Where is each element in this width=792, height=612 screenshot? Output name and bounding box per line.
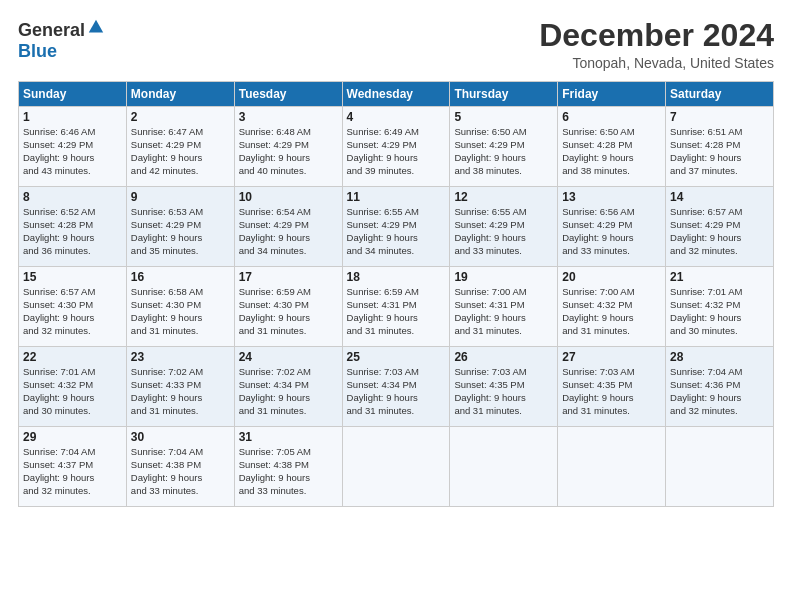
- calendar-header-row: SundayMondayTuesdayWednesdayThursdayFrid…: [19, 82, 774, 107]
- calendar-cell-31: 31Sunrise: 7:05 AMSunset: 4:38 PMDayligh…: [234, 427, 342, 507]
- calendar-cell-17: 17Sunrise: 6:59 AMSunset: 4:30 PMDayligh…: [234, 267, 342, 347]
- calendar-cell-13: 13Sunrise: 6:56 AMSunset: 4:29 PMDayligh…: [558, 187, 666, 267]
- day-header-tuesday: Tuesday: [234, 82, 342, 107]
- calendar-cell-14: 14Sunrise: 6:57 AMSunset: 4:29 PMDayligh…: [666, 187, 774, 267]
- calendar-cell-29: 29Sunrise: 7:04 AMSunset: 4:37 PMDayligh…: [19, 427, 127, 507]
- day-header-saturday: Saturday: [666, 82, 774, 107]
- day-header-monday: Monday: [126, 82, 234, 107]
- day-header-wednesday: Wednesday: [342, 82, 450, 107]
- calendar-cell-11: 11Sunrise: 6:55 AMSunset: 4:29 PMDayligh…: [342, 187, 450, 267]
- month-title: December 2024: [539, 18, 774, 53]
- calendar-cell-27: 27Sunrise: 7:03 AMSunset: 4:35 PMDayligh…: [558, 347, 666, 427]
- logo-icon: [87, 18, 105, 36]
- calendar-cell-6: 6Sunrise: 6:50 AMSunset: 4:28 PMDaylight…: [558, 107, 666, 187]
- calendar-cell-30: 30Sunrise: 7:04 AMSunset: 4:38 PMDayligh…: [126, 427, 234, 507]
- calendar-cell-12: 12Sunrise: 6:55 AMSunset: 4:29 PMDayligh…: [450, 187, 558, 267]
- logo: General Blue: [18, 18, 105, 62]
- calendar-cell-3: 3Sunrise: 6:48 AMSunset: 4:29 PMDaylight…: [234, 107, 342, 187]
- calendar-cell-28: 28Sunrise: 7:04 AMSunset: 4:36 PMDayligh…: [666, 347, 774, 427]
- calendar-cell-2: 2Sunrise: 6:47 AMSunset: 4:29 PMDaylight…: [126, 107, 234, 187]
- calendar-week-1: 1Sunrise: 6:46 AMSunset: 4:29 PMDaylight…: [19, 107, 774, 187]
- header: General Blue December 2024 Tonopah, Neva…: [18, 18, 774, 71]
- logo-general-text: General: [18, 20, 85, 41]
- calendar-cell-19: 19Sunrise: 7:00 AMSunset: 4:31 PMDayligh…: [450, 267, 558, 347]
- day-header-friday: Friday: [558, 82, 666, 107]
- calendar-week-4: 22Sunrise: 7:01 AMSunset: 4:32 PMDayligh…: [19, 347, 774, 427]
- calendar-cell-21: 21Sunrise: 7:01 AMSunset: 4:32 PMDayligh…: [666, 267, 774, 347]
- calendar-cell-15: 15Sunrise: 6:57 AMSunset: 4:30 PMDayligh…: [19, 267, 127, 347]
- day-header-sunday: Sunday: [19, 82, 127, 107]
- calendar-cell-24: 24Sunrise: 7:02 AMSunset: 4:34 PMDayligh…: [234, 347, 342, 427]
- calendar-cell-22: 22Sunrise: 7:01 AMSunset: 4:32 PMDayligh…: [19, 347, 127, 427]
- calendar-cell-empty: [558, 427, 666, 507]
- calendar-cell-9: 9Sunrise: 6:53 AMSunset: 4:29 PMDaylight…: [126, 187, 234, 267]
- svg-marker-0: [89, 20, 103, 33]
- calendar-cell-7: 7Sunrise: 6:51 AMSunset: 4:28 PMDaylight…: [666, 107, 774, 187]
- calendar-cell-4: 4Sunrise: 6:49 AMSunset: 4:29 PMDaylight…: [342, 107, 450, 187]
- calendar-cell-23: 23Sunrise: 7:02 AMSunset: 4:33 PMDayligh…: [126, 347, 234, 427]
- calendar-week-5: 29Sunrise: 7:04 AMSunset: 4:37 PMDayligh…: [19, 427, 774, 507]
- day-header-thursday: Thursday: [450, 82, 558, 107]
- calendar-cell-18: 18Sunrise: 6:59 AMSunset: 4:31 PMDayligh…: [342, 267, 450, 347]
- logo-blue-text: Blue: [18, 41, 57, 62]
- calendar-cell-5: 5Sunrise: 6:50 AMSunset: 4:29 PMDaylight…: [450, 107, 558, 187]
- calendar-week-3: 15Sunrise: 6:57 AMSunset: 4:30 PMDayligh…: [19, 267, 774, 347]
- calendar-cell-empty: [450, 427, 558, 507]
- calendar-cell-empty: [666, 427, 774, 507]
- calendar-cell-empty: [342, 427, 450, 507]
- calendar-cell-25: 25Sunrise: 7:03 AMSunset: 4:34 PMDayligh…: [342, 347, 450, 427]
- calendar-cell-8: 8Sunrise: 6:52 AMSunset: 4:28 PMDaylight…: [19, 187, 127, 267]
- title-section: December 2024 Tonopah, Nevada, United St…: [539, 18, 774, 71]
- calendar-cell-16: 16Sunrise: 6:58 AMSunset: 4:30 PMDayligh…: [126, 267, 234, 347]
- calendar-cell-10: 10Sunrise: 6:54 AMSunset: 4:29 PMDayligh…: [234, 187, 342, 267]
- calendar-table: SundayMondayTuesdayWednesdayThursdayFrid…: [18, 81, 774, 507]
- calendar-week-2: 8Sunrise: 6:52 AMSunset: 4:28 PMDaylight…: [19, 187, 774, 267]
- calendar-cell-20: 20Sunrise: 7:00 AMSunset: 4:32 PMDayligh…: [558, 267, 666, 347]
- location: Tonopah, Nevada, United States: [539, 55, 774, 71]
- calendar-cell-1: 1Sunrise: 6:46 AMSunset: 4:29 PMDaylight…: [19, 107, 127, 187]
- calendar-cell-26: 26Sunrise: 7:03 AMSunset: 4:35 PMDayligh…: [450, 347, 558, 427]
